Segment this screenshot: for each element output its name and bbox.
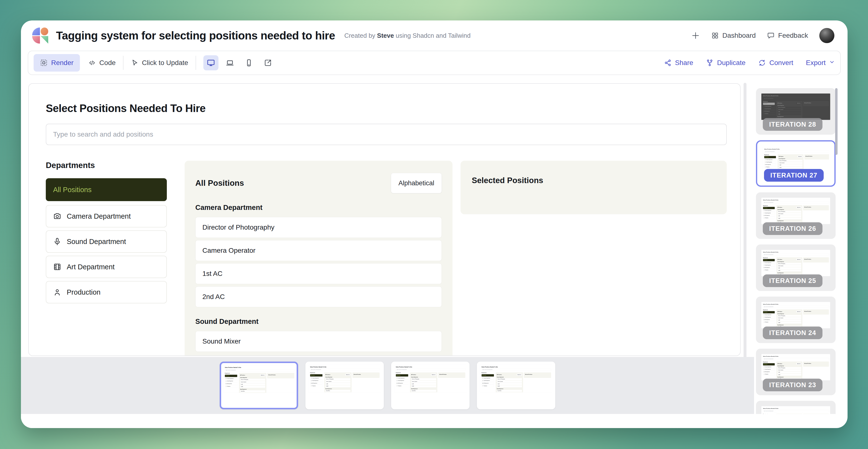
positions-panel-header: All Positions Alphabetical (777, 363, 801, 365)
position-row-2nd-ac: 2nd AC (240, 386, 265, 388)
department-label: Sound Department (227, 381, 233, 382)
iteration-thumbnail-iteration-24[interactable]: Select Positions Needed To Hire Departme… (756, 296, 836, 343)
convert-button[interactable]: Convert (758, 59, 793, 67)
position-group-heading-sound-department: Sound Department (411, 388, 436, 389)
carousel-thumbnail-1[interactable]: Select Positions Needed To Hire Departme… (220, 361, 298, 409)
department-label: Art Department (765, 371, 770, 372)
department-label: Sound Department (765, 265, 771, 265)
alphabetical-sort-button: Alphabetical (798, 156, 803, 158)
iteration-badge: ITERATION 26 (763, 222, 823, 235)
share-button[interactable]: Share (664, 59, 693, 67)
departments-column: Departments All PositionsCamera Departme… (482, 372, 494, 387)
click-to-update-button[interactable]: Click to Update (131, 59, 188, 67)
iteration-badge: ITERATION 28 (763, 118, 823, 131)
department-label: All Positions (764, 364, 767, 365)
preview-canvas: Select Positions Needed To Hire Departme… (21, 75, 754, 428)
position-row-camera-operator: Camera Operator (240, 381, 265, 383)
all-positions-heading: All Positions (326, 374, 330, 375)
department-button-sound-department: Sound Department (225, 380, 237, 382)
open-in-new-window-button[interactable] (260, 55, 275, 70)
laptop-preview-button[interactable] (222, 55, 238, 70)
position-groups: Camera DepartmentDirector of Photography… (777, 366, 801, 380)
department-button-all-positions[interactable]: All Positions (46, 178, 167, 201)
iteration-thumbnail-partial[interactable]: Select Positions Needed To Hire Departme… (756, 401, 836, 414)
project-title: Tagging system for selecting positions n… (56, 29, 335, 42)
department-label: Production (765, 113, 768, 114)
position-row-director-of-photography[interactable]: Director of Photography (195, 217, 442, 238)
department-label: Sound Department (67, 238, 126, 246)
search-input[interactable] (46, 124, 727, 145)
render-tab[interactable]: Render (34, 54, 80, 72)
position-row-1st-ac[interactable]: 1st AC (195, 263, 442, 284)
iterations-scrollbar[interactable] (835, 88, 838, 155)
department-label: Production (765, 374, 768, 375)
code-tab[interactable]: Code (88, 59, 116, 67)
departments-list: All PositionsCamera DepartmentSound Depa… (225, 375, 237, 387)
department-button-art-department[interactable]: Art Department (46, 256, 167, 278)
camera-icon (764, 210, 765, 211)
position-row-2nd-ac[interactable]: 2nd AC (195, 286, 442, 307)
alphabetical-sort-button: Alphabetical (797, 363, 801, 365)
department-label: Production (312, 385, 316, 386)
positions-panel-header: All Positions Alphabetical (240, 374, 265, 377)
all-positions-panel: All Positions Alphabetical Camera Depart… (776, 101, 802, 120)
new-project-button[interactable] (691, 31, 700, 40)
department-label: All Positions (397, 375, 400, 376)
alphabetical-sort-button[interactable]: Alphabetical (391, 173, 442, 193)
app-columns: Departments All PositionsCamera Departme… (46, 161, 727, 356)
person-icon (397, 385, 397, 386)
position-row-2nd-ac: 2nd AC (326, 385, 350, 387)
mockup-clone: Select Positions Needed To Hire Departme… (761, 250, 830, 276)
position-row-camera-operator[interactable]: Camera Operator (195, 240, 442, 261)
desktop-preview-button[interactable] (204, 55, 218, 70)
search-input (482, 368, 551, 371)
mobile-preview-button[interactable] (241, 55, 256, 70)
logo-quarter-blue (32, 28, 40, 35)
selected-positions-heading: Selected Positions (804, 363, 828, 364)
department-button-art-department: Art Department (763, 371, 775, 373)
department-button-production[interactable]: Production (46, 281, 167, 303)
department-label: Production (765, 218, 768, 218)
iteration-thumbnail-iteration-26[interactable]: Select Positions Needed To Hire Departme… (756, 192, 836, 239)
carousel-thumbnail-3[interactable]: Select Positions Needed To Hire Departme… (391, 361, 470, 409)
department-button-art-department: Art Department (763, 110, 775, 112)
app-preview-card: Select Positions Needed To Hire Departme… (28, 83, 741, 356)
position-row-director-of-photography: Director of Photography (777, 367, 801, 369)
iteration-thumbnail-iteration-25[interactable]: Select Positions Needed To Hire Departme… (756, 245, 836, 291)
duplicate-button[interactable]: Duplicate (706, 59, 745, 67)
desktop-monitor-icon (207, 58, 215, 67)
position-groups: Camera DepartmentDirector of Photography… (195, 203, 442, 352)
click-to-update-label: Click to Update (142, 59, 188, 67)
department-label: Sound Department (765, 317, 771, 318)
department-label: Camera Department (312, 378, 319, 378)
selected-positions-heading: Selected Positions (269, 375, 293, 376)
department-button-camera-department[interactable]: Camera Department (46, 205, 167, 227)
all-positions-panel: All Positions Alphabetical Camera Depart… (776, 414, 802, 414)
selected-positions-heading: Selected Positions (804, 259, 828, 260)
position-row-camera-operator: Camera Operator (411, 381, 436, 383)
position-row-sound-mixer[interactable]: Sound Mixer (195, 331, 442, 352)
chevron-down-icon (829, 59, 835, 67)
department-button-sound-department: Sound Department (482, 380, 494, 382)
carousel-thumbnail-2[interactable]: Select Positions Needed To Hire Departme… (305, 361, 384, 409)
feedback-button[interactable]: Feedback (767, 32, 808, 39)
microphone-icon (764, 317, 765, 318)
departments-list: All PositionsCamera DepartmentSound Depa… (763, 363, 775, 376)
dashboard-button[interactable]: Dashboard (711, 32, 756, 39)
position-row-1st-ac: 1st AC (777, 371, 801, 373)
departments-column: Departments All PositionsCamera Departme… (763, 310, 775, 324)
magic-patterns-logo-icon[interactable] (32, 28, 48, 43)
camera-icon (482, 378, 483, 378)
department-button-sound-department[interactable]: Sound Department (46, 230, 167, 253)
export-button[interactable]: Export (806, 59, 835, 67)
app-title: Select Positions Needed To Hire (763, 252, 829, 253)
all-positions-panel: All Positions Alphabetical Camera Depart… (776, 257, 802, 276)
position-row-director-of-photography: Director of Photography (497, 378, 522, 380)
iteration-thumbnail-iteration-28[interactable]: Select Positions Needed To Hire Departme… (756, 88, 836, 135)
canvas-scrollbar[interactable] (744, 83, 746, 399)
iteration-thumbnail-iteration-23[interactable]: Select Positions Needed To Hire Departme… (756, 349, 836, 395)
carousel-thumbnail-4[interactable]: Select Positions Needed To Hire Departme… (477, 361, 555, 409)
iteration-thumbnail-iteration-27[interactable]: Select Positions Needed To Hire Departme… (756, 140, 836, 187)
user-avatar[interactable] (819, 28, 834, 43)
department-label: Camera Department (67, 212, 131, 220)
